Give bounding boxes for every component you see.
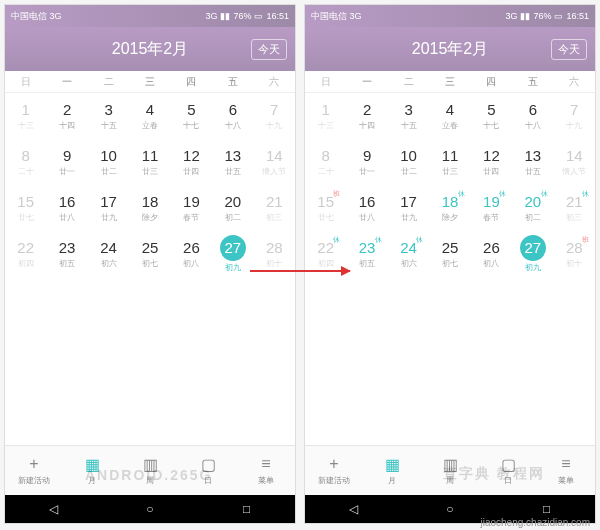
day-cell[interactable]: 17廿九	[388, 185, 429, 231]
weekday-label: 日	[305, 71, 346, 92]
day-cell[interactable]: 23初五	[46, 231, 87, 277]
day-cell[interactable]: 7十九	[254, 93, 295, 139]
month-title: 2015年2月	[412, 39, 489, 60]
day-lunar: 廿九	[101, 212, 117, 223]
day-cell[interactable]: 6十八	[512, 93, 553, 139]
today-button[interactable]: 今天	[551, 39, 587, 60]
month-title: 2015年2月	[112, 39, 189, 60]
day-cell[interactable]: 4立春	[429, 93, 470, 139]
day-lunar: 廿三	[142, 166, 158, 177]
day-cell[interactable]: 12廿四	[471, 139, 512, 185]
day-cell[interactable]: 6十八	[212, 93, 253, 139]
day-cell[interactable]: 8二十	[5, 139, 46, 185]
day-cell[interactable]: 5十七	[171, 93, 212, 139]
day-cell[interactable]: 20初二	[212, 185, 253, 231]
day-cell[interactable]: 休20初二	[512, 185, 553, 231]
day-cell[interactable]: 10廿二	[88, 139, 129, 185]
day-cell[interactable]: 13廿五	[212, 139, 253, 185]
day-cell[interactable]: 休23初五	[346, 231, 387, 277]
day-cell[interactable]: 1十三	[305, 93, 346, 139]
day-cell[interactable]: 13廿五	[512, 139, 553, 185]
day-lunar: 廿九	[401, 212, 417, 223]
week-row: 1十三2十四3十五4立春5十七6十八7十九	[5, 93, 295, 139]
day-number: 4	[446, 101, 454, 119]
back-button[interactable]: ◁	[33, 502, 73, 516]
day-lunar: 廿二	[101, 166, 117, 177]
day-number: 18	[442, 193, 459, 211]
day-cell[interactable]: 11廿三	[429, 139, 470, 185]
day-lunar: 廿四	[183, 166, 199, 177]
home-button[interactable]: ○	[130, 502, 170, 516]
day-cell[interactable]: 休19春节	[471, 185, 512, 231]
day-lunar: 情人节	[562, 166, 586, 177]
status-right: 3G ▮▮ 76% ▭ 16:51	[205, 11, 289, 21]
day-cell[interactable]: 16廿八	[346, 185, 387, 231]
day-cell[interactable]: 14情人节	[554, 139, 595, 185]
recent-button[interactable]: □	[527, 502, 567, 516]
day-cell[interactable]: 4立春	[129, 93, 170, 139]
tab-新建活动[interactable]: +新建活动	[305, 446, 363, 495]
day-cell[interactable]: 16廿八	[46, 185, 87, 231]
day-tag: 休	[416, 235, 423, 245]
arrow-indicator	[250, 270, 350, 272]
day-number: 12	[483, 147, 500, 165]
tab-新建活动[interactable]: +新建活动	[5, 446, 63, 495]
day-cell[interactable]: 27初九	[512, 231, 553, 277]
day-cell[interactable]: 3十五	[88, 93, 129, 139]
tab-菜单[interactable]: ≡菜单	[537, 446, 595, 495]
weekday-row: 日一二三四五六	[5, 71, 295, 93]
day-cell[interactable]: 班28初十	[554, 231, 595, 277]
tab-月[interactable]: ▦月	[363, 446, 421, 495]
day-cell[interactable]: 10廿二	[388, 139, 429, 185]
day-cell[interactable]: 17廿九	[88, 185, 129, 231]
day-lunar: 初九	[225, 262, 241, 273]
day-cell[interactable]: 2十四	[46, 93, 87, 139]
day-tag: 休	[499, 189, 506, 199]
day-lunar: 十五	[401, 120, 417, 131]
day-cell[interactable]: 班15廿七	[305, 185, 346, 231]
day-cell[interactable]: 14情人节	[254, 139, 295, 185]
day-cell[interactable]: 11廿三	[129, 139, 170, 185]
day-number: 13	[524, 147, 541, 165]
weekday-label: 一	[46, 71, 87, 92]
day-cell[interactable]: 9廿一	[346, 139, 387, 185]
day-cell[interactable]: 1十三	[5, 93, 46, 139]
day-cell[interactable]: 5十七	[471, 93, 512, 139]
day-cell[interactable]: 26初八	[471, 231, 512, 277]
day-cell[interactable]: 26初八	[171, 231, 212, 277]
day-cell[interactable]: 19春节	[171, 185, 212, 231]
day-cell[interactable]: 21初三	[254, 185, 295, 231]
day-number: 14	[566, 147, 583, 165]
day-lunar: 初二	[525, 212, 541, 223]
day-cell[interactable]: 2十四	[346, 93, 387, 139]
day-number: 7	[570, 101, 578, 119]
day-cell[interactable]: 7十九	[554, 93, 595, 139]
recent-button[interactable]: □	[227, 502, 267, 516]
day-cell[interactable]: 25初七	[429, 231, 470, 277]
day-cell[interactable]: 休21初三	[554, 185, 595, 231]
day-number: 22	[317, 239, 334, 257]
day-cell[interactable]: 9廿一	[46, 139, 87, 185]
day-cell[interactable]: 22初四	[5, 231, 46, 277]
signal-bars-icon: ▮▮	[520, 11, 530, 21]
day-number: 24	[400, 239, 417, 257]
day-cell[interactable]: 3十五	[388, 93, 429, 139]
back-button[interactable]: ◁	[333, 502, 373, 516]
battery-icon: ▭	[254, 11, 263, 21]
day-cell[interactable]: 24初六	[88, 231, 129, 277]
day-cell[interactable]: 休24初六	[388, 231, 429, 277]
battery-icon: ▭	[554, 11, 563, 21]
day-cell[interactable]: 27初九	[212, 231, 253, 277]
day-cell[interactable]: 12廿四	[171, 139, 212, 185]
tab-菜单[interactable]: ≡菜单	[237, 446, 295, 495]
day-cell[interactable]: 8二十	[305, 139, 346, 185]
day-cell[interactable]: 25初七	[129, 231, 170, 277]
day-cell[interactable]: 15廿七	[5, 185, 46, 231]
home-button[interactable]: ○	[430, 502, 470, 516]
day-number: 6	[529, 101, 537, 119]
weekday-label: 六	[254, 71, 295, 92]
today-button[interactable]: 今天	[251, 39, 287, 60]
day-cell[interactable]: 休18除夕	[429, 185, 470, 231]
day-lunar: 初二	[225, 212, 241, 223]
day-cell[interactable]: 18除夕	[129, 185, 170, 231]
